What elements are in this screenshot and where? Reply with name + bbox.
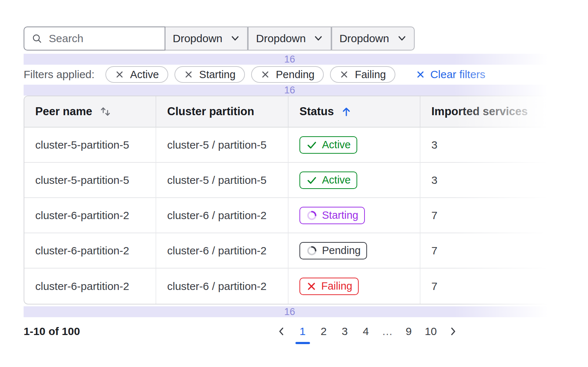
spacing-marker-top: 16	[24, 54, 556, 65]
cluster-partition-cell: cluster-6 / partition-2	[156, 269, 289, 304]
column-label: Imported services	[431, 105, 528, 118]
chevron-down-icon	[314, 34, 323, 43]
check-icon	[306, 174, 318, 186]
chip-label: Active	[130, 69, 159, 81]
pagination-bar: 1-10 of 100 1 2 3 4 … 9 10	[24, 323, 462, 339]
pager: 1 2 3 4 … 9 10	[273, 323, 462, 339]
dropdown-button-2[interactable]: Dropdown	[248, 27, 331, 51]
chevron-left-icon	[276, 326, 287, 337]
table-row: cluster-6-partition-2 cluster-6 / partit…	[24, 269, 568, 304]
status-badge: Failing	[299, 278, 359, 295]
status-cell: Failing	[289, 269, 420, 304]
chip-label: Starting	[199, 69, 235, 81]
column-label: Peer name	[35, 105, 92, 118]
status-label: Starting	[322, 209, 358, 221]
status-label: Active	[322, 174, 351, 186]
cluster-partition-cell: cluster-5 / partition-5	[156, 163, 289, 197]
dismiss-icon	[184, 70, 193, 79]
peers-table: Peer name Cluster partition Status	[24, 96, 569, 305]
column-label: Cluster partition	[167, 105, 254, 118]
status-label: Failing	[321, 280, 352, 292]
page-button-9[interactable]: 9	[401, 323, 417, 339]
table-row: cluster-5-partition-5 cluster-5 / partit…	[24, 128, 568, 163]
page-ellipsis: …	[379, 323, 396, 339]
spacing-value: 16	[284, 306, 295, 318]
dropdown-button-3[interactable]: Dropdown	[331, 27, 415, 51]
dropdown-label: Dropdown	[339, 32, 389, 45]
dropdown-button-1[interactable]: Dropdown	[165, 27, 248, 51]
page-button-1[interactable]: 1	[295, 323, 311, 339]
applied-filters-bar: Filters applied: Active Starting Pending	[24, 66, 588, 83]
imported-services-cell: 7	[420, 198, 568, 233]
peer-name-cell: cluster-5-partition-5	[24, 128, 156, 162]
filter-chip-pending[interactable]: Pending	[251, 66, 324, 83]
status-cell: Active	[289, 163, 420, 197]
page-button-10[interactable]: 10	[422, 323, 440, 339]
clear-x-icon	[415, 69, 426, 80]
column-header-status[interactable]: Status	[289, 96, 420, 127]
chevron-down-icon	[230, 34, 240, 43]
table-header-row: Peer name Cluster partition Status	[24, 96, 568, 128]
dropdown-label: Dropdown	[173, 32, 222, 45]
chevron-right-icon	[448, 326, 459, 337]
chevron-down-icon	[397, 34, 407, 43]
previous-page-button[interactable]	[273, 323, 290, 339]
check-icon	[306, 139, 318, 151]
status-badge: Starting	[299, 207, 365, 224]
spinner-icon	[306, 245, 318, 257]
imported-services-cell: 7	[420, 269, 568, 304]
x-icon	[306, 281, 317, 292]
status-cell: Starting	[289, 198, 420, 233]
search-field	[24, 27, 165, 51]
filter-toolbar: Dropdown Dropdown Dropdown	[24, 27, 415, 51]
dismiss-icon	[261, 70, 270, 79]
peering-list-page: Dropdown Dropdown Dropdown 16 Filters ap…	[0, 0, 588, 367]
search-icon	[32, 32, 42, 45]
clear-filters-label: Clear filters	[430, 68, 486, 81]
peer-name-cell: cluster-6-partition-2	[24, 233, 156, 268]
spinner-icon	[306, 210, 318, 221]
clear-filters-button[interactable]: Clear filters	[415, 68, 486, 81]
spacing-value: 16	[284, 54, 295, 65]
spacing-marker-middle: 16	[24, 85, 556, 96]
status-label: Active	[322, 139, 351, 151]
swap-vertical-icon	[99, 105, 112, 118]
dropdown-label: Dropdown	[256, 32, 306, 45]
results-summary: 1-10 of 100	[24, 325, 80, 338]
spacing-marker-bottom: 16	[24, 306, 556, 317]
filter-chip-active[interactable]: Active	[105, 66, 168, 83]
arrow-up-icon	[341, 106, 352, 117]
peer-name-cell: cluster-6-partition-2	[24, 269, 156, 304]
dismiss-icon	[115, 70, 124, 79]
cluster-partition-cell: cluster-6 / partition-2	[156, 233, 289, 268]
page-button-4[interactable]: 4	[358, 323, 374, 339]
cluster-partition-cell: cluster-6 / partition-2	[156, 198, 289, 233]
table-row: cluster-6-partition-2 cluster-6 / partit…	[24, 198, 568, 233]
table-row: cluster-6-partition-2 cluster-6 / partit…	[24, 233, 568, 269]
column-label: Status	[299, 105, 334, 118]
status-label: Pending	[322, 245, 361, 257]
page-button-2[interactable]: 2	[316, 323, 332, 339]
filter-chip-failing[interactable]: Failing	[330, 66, 395, 83]
column-header-cluster-partition: Cluster partition	[156, 96, 289, 127]
chip-label: Pending	[276, 69, 314, 81]
filter-chip-starting[interactable]: Starting	[174, 66, 245, 83]
status-cell: Active	[289, 128, 420, 162]
chip-label: Failing	[355, 69, 386, 81]
filters-applied-label: Filters applied:	[24, 68, 94, 81]
status-cell: Pending	[289, 233, 420, 268]
imported-services-cell: 7	[420, 233, 568, 268]
search-input[interactable]	[49, 32, 157, 45]
peer-name-cell: cluster-5-partition-5	[24, 163, 156, 197]
column-header-imported-services: Imported services	[420, 96, 568, 127]
page-button-3[interactable]: 3	[337, 323, 353, 339]
spacing-value: 16	[284, 85, 295, 96]
imported-services-cell: 3	[420, 128, 568, 162]
imported-services-cell: 3	[420, 163, 568, 197]
column-header-peer-name[interactable]: Peer name	[24, 96, 156, 127]
dismiss-icon	[339, 70, 349, 79]
status-badge: Pending	[299, 242, 367, 259]
table-row: cluster-5-partition-5 cluster-5 / partit…	[24, 163, 568, 198]
status-badge: Active	[299, 136, 357, 154]
next-page-button[interactable]	[445, 323, 462, 339]
